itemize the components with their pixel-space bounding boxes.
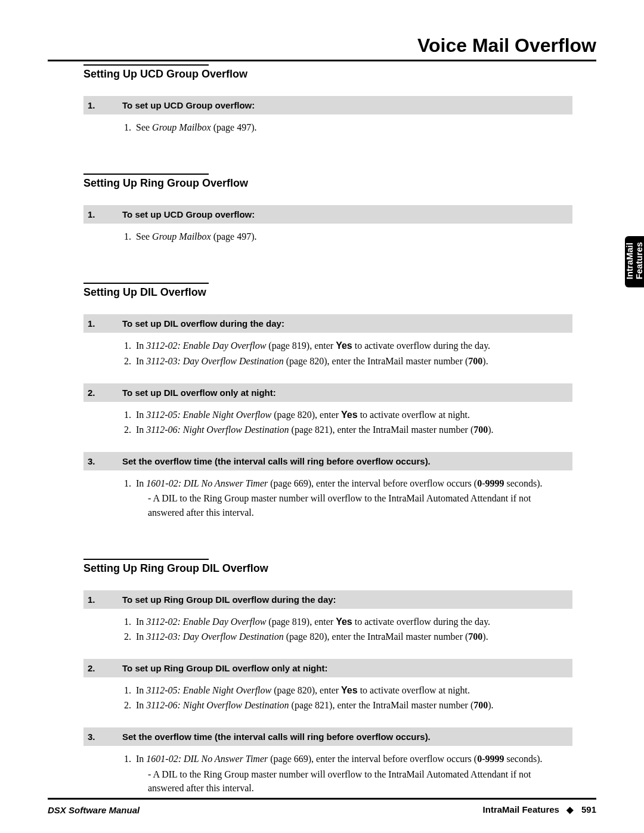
- step-list-item: In 3112-06: Night Overflow Destination (…: [134, 423, 566, 436]
- section-gap: [83, 259, 572, 283]
- step-title: To set up DIL overflow only at night:: [122, 384, 572, 401]
- step-body: In 3112-05: Enable Night Overflow (page …: [83, 677, 572, 727]
- step-body: In 1601-02: DIL No Answer Timer (page 66…: [83, 470, 572, 535]
- section-rule: [83, 283, 209, 284]
- step-number: 3.: [84, 728, 122, 745]
- footer-rule: [48, 798, 596, 800]
- step-number: 1.: [84, 591, 122, 608]
- step-list-item: In 1601-02: DIL No Answer Timer (page 66…: [134, 476, 566, 519]
- footer-right: IntraMail Features ◆ 591: [483, 804, 596, 815]
- step-list-item: In 3112-03: Day Overflow Destination (pa…: [134, 354, 566, 368]
- step-list-item: In 3112-05: Enable Night Overflow (page …: [134, 683, 566, 697]
- footer-section-label: IntraMail Features: [483, 804, 559, 815]
- section-rule: [83, 64, 209, 66]
- page: Voice Mail Overflow IntraMailFeatures Se…: [0, 0, 644, 833]
- step-title: To set up Ring Group DIL overflow only a…: [122, 659, 572, 677]
- step-list: In 3112-05: Enable Night Overflow (page …: [118, 408, 566, 436]
- step-list-item: In 3112-06: Night Overflow Destination (…: [134, 698, 566, 712]
- step-number: 2.: [84, 659, 122, 677]
- section-gap: [83, 535, 572, 559]
- section-rule: [83, 559, 209, 560]
- step-body: In 3112-05: Enable Night Overflow (page …: [83, 402, 572, 452]
- step-sublist: A DIL to the Ring Group master number wi…: [136, 491, 566, 519]
- step-header: 1.To set up Ring Group DIL overflow duri…: [83, 590, 572, 609]
- step-header: 2.To set up Ring Group DIL overflow only…: [83, 659, 572, 677]
- section-heading: Setting Up UCD Group Overflow: [83, 68, 572, 80]
- step-body: In 3112-02: Enable Day Overflow (page 81…: [83, 609, 572, 659]
- step-number: 2.: [84, 384, 122, 401]
- step-list-item: In 3112-03: Day Overflow Destination (pa…: [134, 630, 566, 643]
- footer-left: DSX Software Manual: [48, 805, 140, 815]
- footer-diamond-icon: ◆: [566, 804, 574, 815]
- step-header: 1.To set up UCD Group overflow:: [83, 96, 572, 114]
- step-title: To set up UCD Group overflow:: [122, 97, 572, 114]
- step-title: To set up UCD Group overflow:: [122, 206, 572, 223]
- step-title: Set the overflow time (the interval call…: [122, 728, 572, 745]
- step-number: 1.: [84, 315, 122, 332]
- step-title: To set up Ring Group DIL overflow during…: [122, 591, 572, 608]
- step-header: 1.To set up DIL overflow during the day:: [83, 314, 572, 333]
- step-list: In 3112-02: Enable Day Overflow (page 81…: [118, 615, 566, 643]
- step-sublist-item: A DIL to the Ring Group master number wi…: [148, 767, 566, 795]
- side-tab-label: IntraMailFeatures: [625, 242, 644, 280]
- step-list: In 3112-02: Enable Day Overflow (page 81…: [118, 339, 566, 367]
- step-header: 2.To set up DIL overflow only at night:: [83, 383, 572, 402]
- step-number: 1.: [84, 97, 122, 114]
- step-list-item: In 3112-05: Enable Night Overflow (page …: [134, 408, 566, 422]
- section: Setting Up DIL Overflow1.To set up DIL o…: [83, 283, 572, 534]
- page-title: Voice Mail Overflow: [417, 35, 596, 57]
- step-list: In 3112-05: Enable Night Overflow (page …: [118, 683, 566, 712]
- step-body: In 3112-02: Enable Day Overflow (page 81…: [83, 333, 572, 383]
- step-list-item: See Group Mailbox (page 497).: [134, 230, 566, 243]
- section-heading: Setting Up Ring Group Overflow: [83, 177, 572, 190]
- footer: DSX Software Manual IntraMail Features ◆…: [48, 804, 596, 815]
- step-list-item: See Group Mailbox (page 497).: [134, 120, 566, 134]
- step-body: See Group Mailbox (page 497).: [83, 224, 572, 259]
- step-body: See Group Mailbox (page 497).: [83, 114, 572, 150]
- side-tab: IntraMailFeatures: [625, 236, 644, 287]
- step-title: Set the overflow time (the interval call…: [122, 453, 572, 470]
- footer-page-number: 591: [581, 804, 596, 815]
- step-body: In 1601-02: DIL No Answer Timer (page 66…: [83, 746, 572, 810]
- step-title: To set up DIL overflow during the day:: [122, 315, 572, 332]
- step-list: See Group Mailbox (page 497).: [118, 120, 566, 134]
- content-area: Setting Up UCD Group Overflow1.To set up…: [83, 64, 572, 810]
- step-list: See Group Mailbox (page 497).: [118, 230, 566, 243]
- step-number: 3.: [84, 453, 122, 470]
- section: Setting Up Ring Group DIL Overflow1.To s…: [83, 559, 572, 810]
- section: Setting Up UCD Group Overflow1.To set up…: [83, 64, 572, 150]
- step-sublist-item: A DIL to the Ring Group master number wi…: [148, 491, 566, 519]
- step-list: In 1601-02: DIL No Answer Timer (page 66…: [118, 752, 566, 795]
- step-list: In 1601-02: DIL No Answer Timer (page 66…: [118, 476, 566, 519]
- step-list-item: In 3112-02: Enable Day Overflow (page 81…: [134, 615, 566, 628]
- section-heading: Setting Up Ring Group DIL Overflow: [83, 562, 572, 575]
- section-heading: Setting Up DIL Overflow: [83, 286, 572, 299]
- section-gap: [83, 150, 572, 174]
- step-header: 1.To set up UCD Group overflow:: [83, 205, 572, 224]
- section-rule: [83, 174, 209, 175]
- step-sublist: A DIL to the Ring Group master number wi…: [136, 767, 566, 795]
- step-header: 3.Set the overflow time (the interval ca…: [83, 727, 572, 746]
- title-rule: [48, 60, 596, 61]
- step-list-item: In 3112-02: Enable Day Overflow (page 81…: [134, 339, 566, 352]
- step-number: 1.: [84, 206, 122, 223]
- section: Setting Up Ring Group Overflow1.To set u…: [83, 174, 572, 259]
- step-header: 3.Set the overflow time (the interval ca…: [83, 452, 572, 470]
- step-list-item: In 1601-02: DIL No Answer Timer (page 66…: [134, 752, 566, 795]
